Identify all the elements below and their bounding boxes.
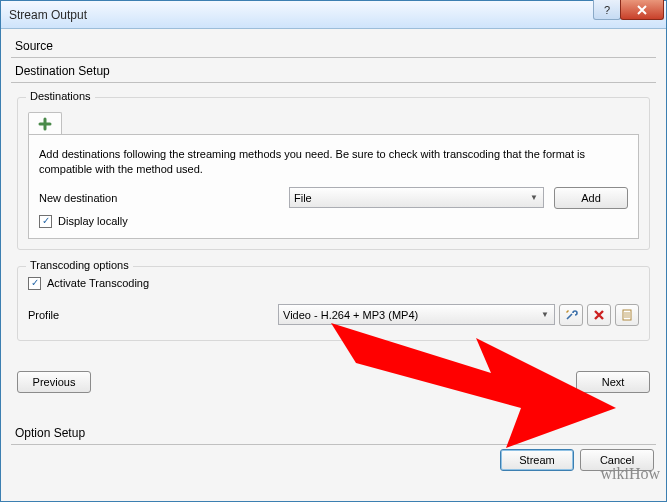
display-locally-label: Display locally [58,215,128,227]
section-dest-setup-header[interactable]: Destination Setup [11,62,656,83]
new-dest-row: New destination File ▼ Add [39,187,628,209]
window-title: Stream Output [9,8,87,22]
new-dest-select[interactable]: File ▼ [289,187,544,208]
delete-icon [593,309,605,321]
titlebar: Stream Output ? [1,1,666,29]
display-locally-row: ✓ Display locally [39,215,628,228]
section-option-setup-header[interactable]: Option Setup [11,424,656,445]
chevron-down-icon: ▼ [525,188,543,207]
new-profile-button[interactable] [615,304,639,326]
previous-button[interactable]: Previous [17,371,91,393]
stream-button[interactable]: Stream [500,449,574,471]
profile-row: Profile Video - H.264 + MP3 (MP4) ▼ [28,304,639,326]
transcoding-group-label: Transcoding options [26,259,133,271]
display-locally-checkbox[interactable]: ✓ [39,215,52,228]
nav-row: Previous Next [17,371,650,393]
profile-label: Profile [28,309,278,321]
tools-icon [564,308,578,322]
activate-transcoding-checkbox[interactable]: ✓ [28,277,41,290]
dest-setup-body: Destinations Add destinations following … [11,87,656,424]
close-icon [636,5,648,15]
new-dest-label: New destination [39,192,289,204]
client-area: Source Destination Setup Destinations Ad… [1,29,666,501]
profile-select[interactable]: Video - H.264 + MP3 (MP4) ▼ [278,304,555,325]
document-icon [620,308,634,322]
dest-tabpage: Add destinations following the streaming… [28,134,639,239]
new-dest-value: File [294,192,312,204]
chevron-down-icon: ▼ [536,305,554,324]
section-source-header[interactable]: Source [11,37,656,58]
destinations-group: Destinations Add destinations following … [17,97,650,250]
window: Stream Output ? Source Destination Setup… [0,0,667,502]
watermark: wikiHow [600,465,660,483]
window-controls: ? [594,0,664,20]
footer-row: Stream Cancel [11,449,656,471]
dest-help-text: Add destinations following the streaming… [39,147,628,177]
edit-profile-button[interactable] [559,304,583,326]
add-destination-tab[interactable] [28,112,62,134]
destinations-group-label: Destinations [26,90,95,102]
help-button[interactable]: ? [593,0,621,20]
close-button[interactable] [620,0,664,20]
transcoding-group: Transcoding options ✓ Activate Transcodi… [17,266,650,341]
profile-value: Video - H.264 + MP3 (MP4) [283,309,418,321]
delete-profile-button[interactable] [587,304,611,326]
dest-tabbar [28,112,639,134]
activate-transcoding-row: ✓ Activate Transcoding [28,277,639,290]
next-button[interactable]: Next [576,371,650,393]
activate-transcoding-label: Activate Transcoding [47,277,149,289]
add-button[interactable]: Add [554,187,628,209]
plus-icon [38,117,52,131]
